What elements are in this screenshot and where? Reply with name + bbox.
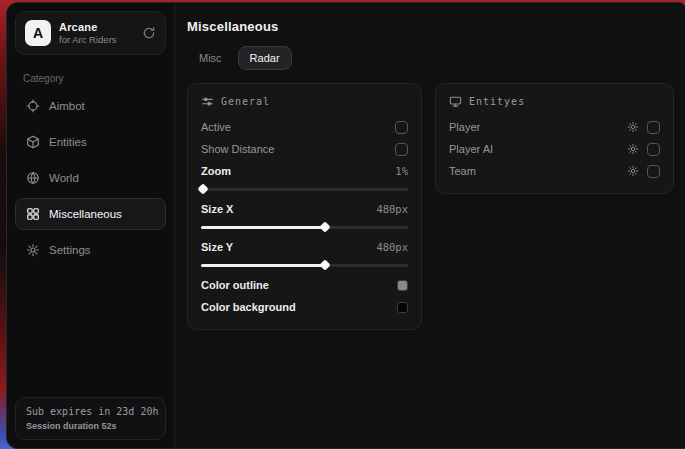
category-label: Category <box>23 73 158 84</box>
setting-label: Size Y <box>201 241 233 253</box>
slider-fill <box>201 264 325 267</box>
page-title: Miscellaneous <box>187 19 674 34</box>
row-controls <box>627 165 660 178</box>
sidebar-item-label: World <box>49 172 79 184</box>
checkbox-active[interactable] <box>395 121 408 134</box>
app-subtitle: for Arc Riders <box>59 34 134 45</box>
session-duration-text: Session duration 52s <box>26 421 155 431</box>
app-logo-letter: A <box>33 25 43 41</box>
setting-row-color-outline: Color outline <box>201 274 408 296</box>
cube-icon <box>26 135 40 149</box>
slider-group-size-y: Size Y480px <box>201 236 408 270</box>
slider-handle[interactable] <box>197 183 208 194</box>
checkbox-player-ai[interactable] <box>647 143 660 156</box>
setting-row-active: Active <box>201 116 408 138</box>
setting-label: Player AI <box>449 143 493 155</box>
sidebar-item-settings[interactable]: Settings <box>15 234 166 266</box>
setting-label: Team <box>449 165 476 177</box>
slider-track <box>201 188 408 191</box>
cards-area: GeneralActiveShow DistanceZoom1%Size X48… <box>187 83 674 330</box>
setting-row-player: Player <box>449 116 660 138</box>
sub-expiry-text: Sub expires in 23d 20h <box>26 406 155 417</box>
checkbox-team[interactable] <box>647 165 660 178</box>
setting-label: Active <box>201 121 231 133</box>
sidebar-item-entities[interactable]: Entities <box>15 126 166 158</box>
app-window: A Arcane for Arc Riders Category AimbotE… <box>6 2 685 449</box>
setting-row-size-y: Size Y480px <box>201 236 408 258</box>
setting-label: Size X <box>201 203 233 215</box>
tab-radar[interactable]: Radar <box>238 46 292 70</box>
setting-row-show-distance: Show Distance <box>201 138 408 160</box>
sidebar-item-label: Entities <box>49 136 87 148</box>
card-general: GeneralActiveShow DistanceZoom1%Size X48… <box>187 83 422 330</box>
slider-value: 480px <box>376 203 408 215</box>
sidebar-item-label: Aimbot <box>49 100 85 112</box>
main-panel: Miscellaneous MiscRadar GeneralActiveSho… <box>175 3 685 448</box>
slider-fill <box>201 226 325 229</box>
slider-zoom[interactable] <box>201 184 408 194</box>
app-header-card: A Arcane for Arc Riders <box>15 11 166 55</box>
checkbox-show-distance[interactable] <box>395 143 408 156</box>
card-title: General <box>221 96 270 107</box>
color-swatch-color-background[interactable] <box>397 302 408 313</box>
subscription-box: Sub expires in 23d 20h Session duration … <box>15 397 166 440</box>
card-header: General <box>201 95 408 108</box>
sidebar-nav: AimbotEntitiesWorldMiscellaneousSettings <box>7 88 174 268</box>
grid-icon <box>26 207 40 221</box>
app-meta: Arcane for Arc Riders <box>59 21 134 45</box>
gear-icon[interactable] <box>627 165 639 177</box>
setting-label: Color background <box>201 301 296 313</box>
sidebar-item-aimbot[interactable]: Aimbot <box>15 90 166 122</box>
setting-row-team: Team <box>449 160 660 182</box>
sidebar-item-world[interactable]: World <box>15 162 166 194</box>
sidebar-item-label: Settings <box>49 244 91 256</box>
slider-size-y[interactable] <box>201 260 408 270</box>
sliders-icon <box>201 95 214 108</box>
sidebar: A Arcane for Arc Riders Category AimbotE… <box>7 3 175 448</box>
slider-value: 480px <box>376 241 408 253</box>
row-controls <box>627 121 660 134</box>
card-title: Entityes <box>469 96 525 107</box>
setting-row-color-background: Color background <box>201 296 408 318</box>
setting-label: Color outline <box>201 279 269 291</box>
checkbox-player[interactable] <box>647 121 660 134</box>
globe-icon <box>26 171 40 185</box>
setting-label: Zoom <box>201 165 231 177</box>
sidebar-item-miscellaneous[interactable]: Miscellaneous <box>15 198 166 230</box>
setting-row-zoom: Zoom1% <box>201 160 408 182</box>
setting-row-player-ai: Player AI <box>449 138 660 160</box>
sidebar-item-label: Miscellaneous <box>49 208 122 220</box>
card-header: Entityes <box>449 95 660 108</box>
color-swatch-color-outline[interactable] <box>397 280 408 291</box>
app-name: Arcane <box>59 21 134 33</box>
card-entities: EntityesPlayerPlayer AITeam <box>435 83 674 194</box>
slider-value: 1% <box>395 165 408 177</box>
row-controls <box>627 143 660 156</box>
gear-icon[interactable] <box>627 121 639 133</box>
slider-handle[interactable] <box>320 259 331 270</box>
gear-icon <box>26 243 40 257</box>
setting-label: Player <box>449 121 480 133</box>
tab-bar: MiscRadar <box>187 46 674 70</box>
slider-group-zoom: Zoom1% <box>201 160 408 194</box>
refresh-icon[interactable] <box>142 26 156 40</box>
app-logo: A <box>25 20 51 46</box>
monitor-icon <box>449 95 462 108</box>
setting-row-size-x: Size X480px <box>201 198 408 220</box>
gear-icon[interactable] <box>627 143 639 155</box>
slider-group-size-x: Size X480px <box>201 198 408 232</box>
tab-misc[interactable]: Misc <box>187 46 234 70</box>
slider-handle[interactable] <box>320 221 331 232</box>
setting-label: Show Distance <box>201 143 274 155</box>
crosshair-icon <box>26 99 40 113</box>
slider-size-x[interactable] <box>201 222 408 232</box>
